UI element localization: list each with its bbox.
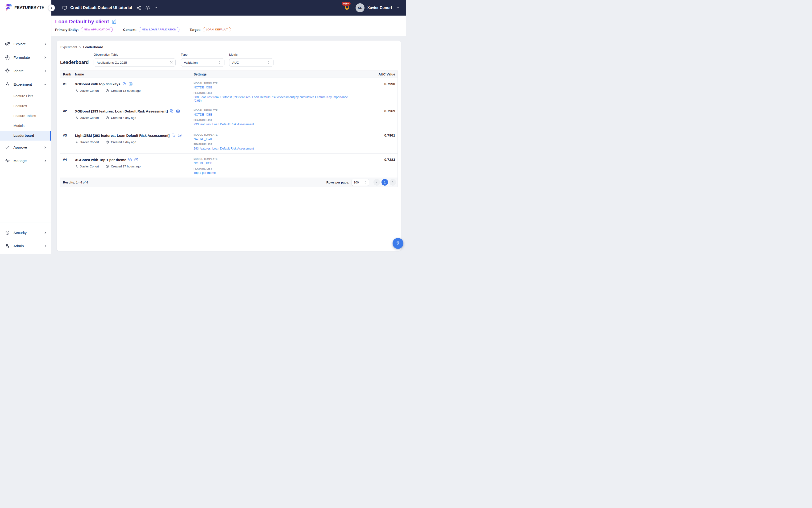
- edit-title-icon[interactable]: [112, 19, 117, 24]
- feature-list-link[interactable]: 308 Features from XGBoost [293 features:…: [193, 95, 353, 102]
- type-filter: Type Validation: [181, 53, 224, 67]
- notifications-button[interactable]: 999+: [344, 4, 350, 11]
- author-name: Xavier Conort: [80, 89, 99, 92]
- chevron-right-icon: [43, 145, 47, 149]
- type-label: Type: [181, 53, 224, 56]
- target-badge[interactable]: LOAN_DEFAULT: [203, 27, 231, 32]
- settings-gear-icon[interactable]: [145, 5, 150, 10]
- model-template-link[interactable]: NCTDE_XGB: [193, 113, 212, 116]
- sidebar-item-security[interactable]: Security: [0, 226, 51, 239]
- sidebar-item-label: Explore: [13, 42, 43, 46]
- user-menu-chevron-icon[interactable]: [396, 6, 400, 10]
- sidebar-item-models[interactable]: Models: [0, 121, 51, 131]
- sidebar-item-label: Experiment: [13, 82, 43, 87]
- rows-per-page-select[interactable]: 100: [352, 179, 369, 186]
- sidebar-item-feature-lists[interactable]: Feature Lists: [0, 91, 51, 101]
- copy-icon[interactable]: [170, 109, 174, 113]
- page-1-button[interactable]: 1: [381, 179, 388, 185]
- model-template-label: MODEL TEMPLATE: [193, 82, 353, 85]
- content-area: Experiment > Leaderboard Leaderboard Obs…: [51, 36, 406, 254]
- featurebyte-logo[interactable]: FEATUREBYTE: [0, 0, 51, 15]
- breadcrumb-separator: >: [79, 45, 81, 49]
- sidebar: FEATUREBYTE Explore Formulate Ideate Exp…: [0, 0, 51, 254]
- chevron-right-icon: [43, 244, 47, 248]
- rank-cell: #3: [60, 129, 75, 153]
- id-icon[interactable]: [129, 82, 133, 86]
- chevron-right-icon: [43, 159, 47, 163]
- select-stepper-icon: [364, 181, 367, 184]
- monitor-icon: [62, 5, 67, 10]
- observation-table-input[interactable]: [94, 58, 176, 67]
- model-template-link[interactable]: NCTDE_XGB: [193, 86, 212, 89]
- primary-entity-badge[interactable]: NEW APPLICATION: [81, 27, 113, 32]
- feature-list-link[interactable]: 293 features: Loan Default Risk Assessme…: [193, 147, 254, 150]
- sidebar-item-explore[interactable]: Explore: [0, 37, 51, 51]
- table-header: Rank Name Settings AUC Value: [60, 71, 398, 78]
- section-title: Leaderboard: [60, 60, 94, 67]
- sidebar-item-label: Security: [13, 231, 43, 235]
- column-name: Name: [75, 72, 193, 76]
- feature-list-label: FEATURE LIST: [193, 167, 353, 170]
- share-icon[interactable]: [137, 6, 141, 10]
- page-header: Loan Default by client Primary Entity: N…: [51, 15, 406, 36]
- id-icon[interactable]: [178, 133, 182, 137]
- metric-label: Metric: [229, 53, 273, 56]
- chevron-right-icon: [43, 55, 47, 59]
- copy-icon[interactable]: [128, 158, 132, 162]
- breadcrumb: Experiment > Leaderboard: [60, 45, 398, 49]
- id-icon[interactable]: [176, 109, 180, 113]
- sidebar-item-ideate[interactable]: Ideate: [0, 64, 51, 78]
- sidebar-item-label: Approve: [13, 145, 43, 150]
- results-count: Results: 1 - 4 of 4: [63, 181, 88, 184]
- feature-list-link[interactable]: 293 features: Loan Default Risk Assessme…: [193, 122, 254, 126]
- model-template-link[interactable]: NCTDE_LGB: [193, 137, 212, 140]
- model-template-link[interactable]: NCTDE_XGB: [193, 161, 212, 165]
- workspace-chevron-down-icon[interactable]: [154, 6, 158, 10]
- divider: [102, 164, 102, 168]
- clear-icon[interactable]: [170, 60, 173, 64]
- sidebar-item-leaderboard[interactable]: Leaderboard: [0, 131, 51, 140]
- sidebar-collapse-button[interactable]: [48, 4, 55, 11]
- model-name: XGBoost with Top 1 per theme: [75, 158, 126, 162]
- sidebar-item-approve[interactable]: Approve: [0, 140, 51, 154]
- divider: [102, 89, 102, 92]
- sidebar-item-admin[interactable]: Admin: [0, 239, 51, 253]
- sidebar-item-features[interactable]: Features: [0, 101, 51, 111]
- sidebar-item-formulate[interactable]: Formulate: [0, 51, 51, 64]
- copy-icon[interactable]: [172, 133, 175, 137]
- next-page-button[interactable]: [390, 179, 396, 185]
- sidebar-item-feature-tables[interactable]: Feature Tables: [0, 111, 51, 121]
- primary-entity-label: Primary Entity:: [55, 28, 79, 32]
- pagination: 1: [373, 179, 396, 185]
- rank-cell: #4: [60, 154, 75, 178]
- user-icon: [75, 165, 79, 168]
- help-button[interactable]: ?: [393, 238, 403, 249]
- model-template-label: MODEL TEMPLATE: [193, 109, 353, 112]
- feature-list-label: FEATURE LIST: [193, 143, 353, 146]
- user-search-icon: [4, 243, 10, 249]
- context-badge[interactable]: NEW LOAN APPLICATION: [139, 27, 179, 32]
- divider: [102, 116, 102, 120]
- observation-table-filter: Observation Table: [94, 53, 176, 67]
- sidebar-item-experiment[interactable]: Experiment: [0, 78, 51, 91]
- sidebar-item-manage[interactable]: Manage: [0, 154, 51, 167]
- copy-icon[interactable]: [123, 82, 126, 86]
- avatar[interactable]: XC: [356, 3, 364, 12]
- type-select[interactable]: Validation: [181, 58, 224, 67]
- auc-value: 0.7961: [357, 129, 398, 153]
- telescope-icon: [4, 41, 10, 47]
- observation-table-label: Observation Table: [94, 53, 176, 56]
- workspace-title: Credit Default Dataset UI tutorial: [70, 5, 132, 10]
- topbar: Credit Default Dataset UI tutorial 999+ …: [51, 0, 406, 15]
- prev-page-button[interactable]: [373, 179, 380, 185]
- lightbulb-icon: [4, 68, 10, 74]
- feature-list-link[interactable]: Top 1 per theme: [193, 171, 216, 174]
- breadcrumb-experiment[interactable]: Experiment: [60, 45, 77, 49]
- page-title: Loan Default by client: [55, 18, 109, 25]
- metric-select[interactable]: AUC: [229, 58, 273, 67]
- id-icon[interactable]: [134, 158, 138, 162]
- type-select-value: Validation: [184, 61, 197, 65]
- rank-cell: #2: [60, 105, 75, 129]
- divider: [102, 140, 102, 144]
- shield-check-icon: [4, 230, 10, 236]
